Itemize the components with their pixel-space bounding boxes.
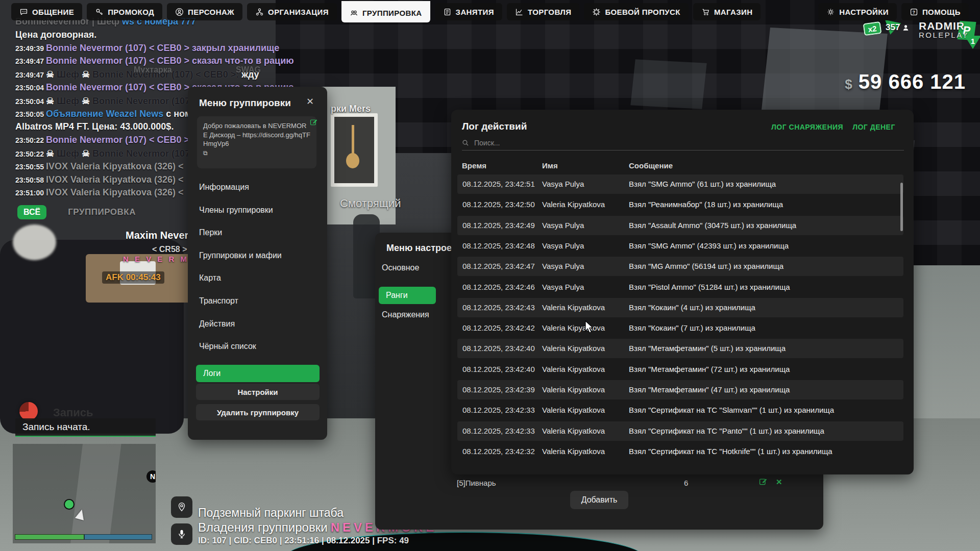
- nav-tab-label: ОБЩЕНИЕ: [32, 8, 74, 16]
- voice-button[interactable]: [171, 523, 192, 545]
- nav-tab-trade[interactable]: ТОРГОВЛЯ: [507, 3, 579, 20]
- menu-item-8[interactable]: Чёрный список: [199, 342, 316, 351]
- chat-icon: [19, 8, 28, 16]
- log-table: 08.12.2025, 23:42:51Vasya PulyaВзял "SMG…: [457, 174, 908, 466]
- menu-item-2[interactable]: Члены группировки: [199, 206, 316, 215]
- log-cell-name: Vasya Pulya: [542, 241, 584, 250]
- add-rank-button[interactable]: Добавить: [570, 491, 628, 509]
- chat-segment-gray: IVOX Valeria Kipyatkova (326) <: [46, 187, 184, 197]
- rank-delete-icon[interactable]: ✕: [776, 478, 782, 487]
- log-scrollbar[interactable]: [900, 183, 903, 231]
- edit-welcome-icon[interactable]: [310, 118, 317, 128]
- scene-patch: [630, 59, 706, 109]
- chat-segment-ts: 23:49:47: [15, 71, 46, 79]
- nav-tab-label: НАСТРОЙКИ: [839, 8, 889, 16]
- gps-button[interactable]: [171, 496, 192, 518]
- group-settings-button[interactable]: Настройки: [196, 384, 320, 400]
- menu-item-2[interactable]: Ранги: [379, 287, 436, 304]
- close-icon[interactable]: ✕: [306, 96, 314, 107]
- chat-line: Цена договорная.: [15, 30, 96, 40]
- chat-segment-skull: ☠: [82, 69, 90, 80]
- menu-item-4[interactable]: Группировки и мафии: [199, 251, 316, 260]
- log-table-row: 08.12.2025, 23:42:46Vasya PulyaВзял "Pis…: [457, 278, 903, 297]
- log-cell-time: 08.12.2025, 23:42:40: [462, 365, 535, 373]
- nav-tab-help[interactable]: ?ПОМОЩЬ: [901, 3, 969, 20]
- log-cell-name: Valeria Kipyatkova: [542, 365, 605, 373]
- chat-segment-ts: 23:50:55: [15, 163, 46, 171]
- chat-segment-ts: 23:49:39: [15, 44, 46, 53]
- nav-tab-label: МАГАЗИН: [714, 8, 753, 16]
- player-afk-timer: AFK 00:45:43: [102, 271, 164, 284]
- log-cell-time: 08.12.2025, 23:42:49: [462, 221, 535, 230]
- log-cell-msg: Взял "Кокаин" (4 шт.) из хранилища: [629, 303, 755, 312]
- log-cell-msg: Взял "SMG Ammo" (42393 шт.) из хранилища: [629, 241, 789, 250]
- help-icon: ?: [910, 8, 918, 16]
- log-table-row: 08.12.2025, 23:42:48Vasya PulyaВзял "SMG…: [457, 236, 903, 256]
- group-delete-button[interactable]: Удалить группировку: [196, 404, 320, 420]
- equipment-log-link[interactable]: ЛОГ СНАРЯЖЕНИЯ: [771, 123, 843, 131]
- nav-tab-label: БОЕВОЙ ПРОПУСК: [605, 8, 680, 16]
- log-cell-time: 08.12.2025, 23:42:47: [462, 262, 535, 270]
- chat-line: 23:50:04 ☠ Шеф ☠ Bonnie Nevermor (107: [15, 95, 190, 107]
- search-input[interactable]: [473, 138, 884, 147]
- nav-tab-key[interactable]: ПРОМОКОД: [87, 3, 162, 20]
- nav-tab-label: ПОМОЩЬ: [922, 8, 961, 16]
- chat-segment-skull: ☠: [46, 69, 54, 80]
- menu-item-5[interactable]: Карта: [199, 273, 316, 283]
- menu-item-1[interactable]: Информация: [199, 183, 316, 192]
- cart-icon: [701, 8, 710, 16]
- player-rank: < CR58 >: [152, 245, 187, 254]
- log-table-row: 08.12.2025, 23:42:42Valeria KipyatkovaВз…: [457, 318, 903, 338]
- group-welcome-text: Добро пожаловать в NEVERMORE Дискорд – h…: [203, 122, 310, 147]
- chat-segment-ts: 23:51:00: [15, 189, 46, 197]
- log-cell-name: Valeria Kipyatkova: [542, 447, 605, 456]
- chat-line: 23:50:05 Объявление Weazel News с ном: [15, 109, 191, 119]
- chat-line: 23:49:39 Bonnie Nevermor (107) < CEB0 > …: [15, 43, 279, 54]
- log-cell-time: 08.12.2025, 23:42:51: [462, 180, 535, 188]
- log-cell-time: 08.12.2025, 23:42:46: [462, 283, 535, 291]
- chat-segment-purple: Bonnie Nevermor (107) < CEB0 > закрыл хр…: [46, 43, 279, 53]
- rank-edit-icon[interactable]: [759, 478, 767, 488]
- chat-segment-skull: ☠: [46, 148, 54, 159]
- chat-filter-all[interactable]: ВСЁ: [17, 205, 46, 219]
- log-cell-msg: Взял "Assault Ammo" (30475 шт.) из храни…: [629, 221, 796, 230]
- nav-tab-group[interactable]: ГРУППИРОВКА: [341, 1, 430, 22]
- nav-tab-cart[interactable]: МАГАЗИН: [693, 3, 761, 20]
- log-cell-time: 08.12.2025, 23:42:33: [462, 427, 535, 435]
- group-menu-title: Меню группировки: [199, 97, 291, 109]
- chat-filter-group[interactable]: ГРУППИРОВКА: [68, 207, 136, 217]
- log-table-row: 08.12.2025, 23:42:39Valeria KipyatkovaВз…: [457, 380, 903, 399]
- record-toast-text: Запись начата.: [22, 421, 90, 433]
- chat-segment-ts: 23:49:47: [15, 57, 46, 65]
- money-log-link[interactable]: ЛОГ ДЕНЕГ: [852, 123, 895, 131]
- nav-tab-label: ТОРГОВЛЯ: [528, 8, 571, 16]
- log-cell-time: 08.12.2025, 23:42:48: [462, 241, 535, 250]
- col-header-time: Время: [462, 161, 486, 170]
- chat-segment-dark: Шеф: [54, 148, 82, 159]
- chat-segment-dark: Bonnie Nevermor (107: [90, 96, 190, 106]
- menu-item-7[interactable]: Действия: [199, 319, 316, 329]
- tasks-icon: [443, 8, 452, 16]
- menu-item-3[interactable]: Перки: [199, 228, 316, 237]
- nav-tab-chat[interactable]: ОБЩЕНИЕ: [11, 3, 82, 20]
- guitar-body: [346, 153, 359, 168]
- top-nav: ОБЩЕНИЕПРОМОКОДПЕРСОНАЖОРГАНИЗАЦИЯГРУППИ…: [0, 3, 980, 23]
- log-cell-name: Vasya Pulya: [542, 283, 584, 291]
- search-icon: [462, 139, 469, 146]
- log-cell-msg: Взял "Реанимнабор" (18 шт.) из хранилища: [629, 200, 783, 209]
- money-amount: 59 666 121: [859, 70, 966, 93]
- money-display: $ 59 666 121: [845, 70, 966, 93]
- nav-tab-person[interactable]: ПЕРСОНАЖ: [167, 3, 242, 20]
- minimap-road: [70, 444, 121, 543]
- menu-item-6[interactable]: Транспорт: [199, 296, 316, 306]
- nav-tab-tasks[interactable]: ЗАНЯТИЯ: [435, 3, 502, 20]
- menu-item-9[interactable]: Логи: [196, 365, 320, 382]
- nav-tab-gear[interactable]: НАСТРОЙКИ: [818, 3, 897, 20]
- log-cell-time: 08.12.2025, 23:42:39: [462, 385, 535, 394]
- chat-segment-dark: Bonnie Nevermor (107: [90, 148, 190, 159]
- copy-icon[interactable]: ⧉: [203, 149, 208, 157]
- nav-tab-org[interactable]: ОРГАНИЗАЦИЯ: [247, 3, 337, 20]
- nav-tab-battlepass[interactable]: БОЕВОЙ ПРОПУСК: [584, 3, 689, 20]
- world-ghost-label: Мухтарка: [134, 65, 172, 74]
- nav-tab-label: ПРОМОКОД: [108, 8, 154, 16]
